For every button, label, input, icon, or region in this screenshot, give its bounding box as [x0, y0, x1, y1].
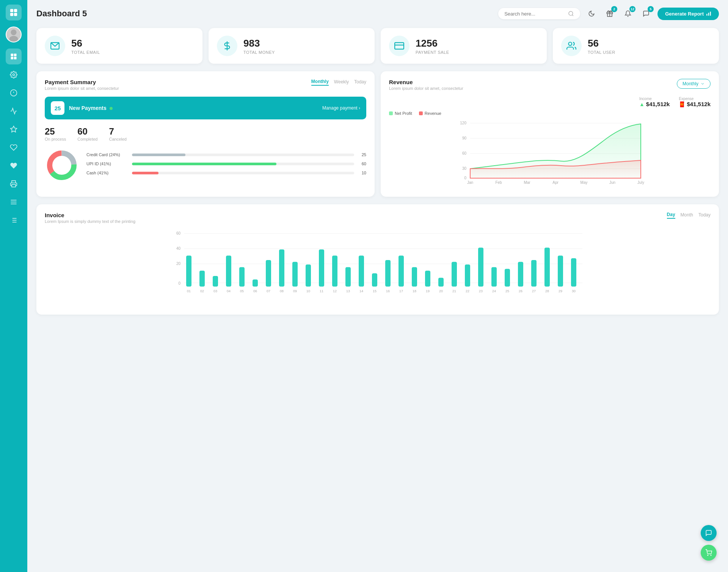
- bar-item[interactable]: [478, 248, 483, 287]
- bar-item[interactable]: [531, 260, 537, 287]
- sidebar-item-dashboard[interactable]: [6, 49, 22, 64]
- sidebar-item-info[interactable]: [6, 85, 22, 101]
- revenue-header: Revenue Lorem ipsum dolor sit amet, cons…: [389, 79, 711, 91]
- completed-stat: 60 Completed: [77, 126, 97, 141]
- tab-today-invoice[interactable]: Today: [698, 212, 711, 219]
- sidebar-item-chart[interactable]: [6, 103, 22, 119]
- money-icon: [222, 41, 232, 51]
- bar-item[interactable]: [438, 278, 444, 287]
- expense-label: Expense: [679, 97, 711, 101]
- sidebar-item-heart-outline[interactable]: [6, 139, 22, 155]
- revenue-title: Revenue: [389, 79, 463, 85]
- manage-payment-link[interactable]: Manage payment ›: [322, 105, 360, 111]
- stat-label-user: TOTAL USER: [588, 50, 615, 55]
- bar-item[interactable]: [558, 255, 563, 287]
- progress-item-cc: Credit Card (24%) 25: [86, 152, 366, 157]
- bar-item[interactable]: [186, 255, 191, 287]
- bar-item[interactable]: [253, 279, 258, 287]
- svg-text:04: 04: [227, 289, 231, 293]
- bar-item[interactable]: [332, 255, 337, 287]
- svg-text:16: 16: [386, 289, 390, 293]
- sidebar-item-heart[interactable]: [6, 158, 22, 174]
- sidebar-item-star[interactable]: [6, 121, 22, 137]
- revenue-label: Revenue: [425, 111, 441, 116]
- chat-button[interactable]: 5: [639, 7, 653, 20]
- bar-item[interactable]: [319, 249, 324, 287]
- sidebar-item-menu[interactable]: [6, 194, 22, 210]
- bar-item[interactable]: [226, 255, 231, 287]
- legend-net-profit: Net Profit: [389, 111, 412, 116]
- user-avatar[interactable]: [6, 27, 22, 42]
- bar-item[interactable]: [345, 267, 351, 287]
- revenue-meta: Income ▲ $41,512k Expense 🧧 $41,512k: [389, 97, 711, 107]
- search-box: [498, 8, 580, 19]
- progress-bar-bg-cc: [132, 154, 354, 156]
- revenue-dropdown-label: Monthly: [682, 81, 698, 86]
- bar-item[interactable]: [385, 260, 391, 287]
- dark-mode-toggle[interactable]: [585, 7, 598, 20]
- bell-button[interactable]: 12: [621, 7, 635, 20]
- stat-value-user: 56: [588, 38, 615, 49]
- svg-text:03: 03: [213, 289, 217, 293]
- payment-summary-header: Payment Summary Lorem ipsum dolor sit am…: [45, 79, 366, 91]
- bar-item[interactable]: [518, 262, 523, 287]
- sidebar-item-list[interactable]: [6, 212, 22, 228]
- sidebar-logo[interactable]: [6, 5, 22, 20]
- stat-value-money: 983: [243, 38, 275, 49]
- tab-weekly-payment[interactable]: Weekly: [334, 79, 349, 86]
- svg-text:Mar: Mar: [524, 180, 530, 185]
- revenue-monthly-dropdown[interactable]: Monthly: [677, 79, 711, 89]
- bar-item[interactable]: [306, 265, 311, 287]
- bar-item[interactable]: [359, 255, 364, 287]
- tab-today-payment[interactable]: Today: [354, 79, 366, 86]
- bar-item[interactable]: [372, 273, 377, 287]
- generate-report-button[interactable]: Generate Report: [657, 8, 719, 20]
- canceled-stat: 7 Canceled: [109, 126, 126, 141]
- tab-monthly-payment[interactable]: Monthly: [311, 79, 329, 86]
- bar-item[interactable]: [199, 271, 205, 287]
- svg-text:20: 20: [176, 262, 181, 266]
- tab-day-invoice[interactable]: Day: [667, 212, 675, 219]
- payment-tabs: Monthly Weekly Today: [311, 79, 366, 86]
- donut-chart: [45, 148, 79, 184]
- bar-item[interactable]: [425, 271, 430, 287]
- bar-item[interactable]: [571, 258, 576, 287]
- bar-item[interactable]: [505, 269, 510, 287]
- stat-info-money: 983 TOTAL MONEY: [243, 38, 275, 55]
- svg-text:40: 40: [176, 246, 181, 251]
- bar-item[interactable]: [213, 276, 218, 287]
- svg-line-26: [572, 15, 573, 16]
- revenue-chart: 120 90 60 30 0: [389, 119, 711, 188]
- bar-item[interactable]: [544, 248, 550, 287]
- svg-text:06: 06: [253, 289, 257, 293]
- svg-rect-7: [14, 54, 17, 56]
- net-profit-dot: [389, 111, 393, 115]
- sidebar-item-settings[interactable]: [6, 67, 22, 83]
- svg-rect-30: [708, 13, 709, 16]
- support-button[interactable]: [701, 525, 717, 541]
- bar-item[interactable]: [279, 249, 284, 287]
- bar-item[interactable]: [412, 267, 417, 287]
- sidebar-item-print[interactable]: [6, 176, 22, 192]
- bar-item[interactable]: [292, 262, 298, 287]
- bar-item[interactable]: [491, 267, 497, 287]
- search-input[interactable]: [504, 11, 565, 17]
- svg-text:Feb: Feb: [495, 180, 502, 185]
- user-icon-wrap: [561, 36, 582, 56]
- svg-point-10: [13, 74, 15, 76]
- cart-button[interactable]: [701, 545, 717, 561]
- svg-text:23: 23: [479, 289, 483, 293]
- sidebar: [0, 0, 27, 572]
- bar-item[interactable]: [266, 260, 271, 287]
- bar-item[interactable]: [399, 255, 404, 287]
- bar-item[interactable]: [465, 265, 470, 287]
- stat-info-email: 56 TOTAL EMAIL: [71, 38, 100, 55]
- completed-value: 60: [77, 126, 97, 137]
- gift-button[interactable]: 2: [603, 7, 617, 20]
- tab-month-invoice[interactable]: Month: [681, 212, 693, 219]
- bar-item[interactable]: [239, 267, 245, 287]
- bar-item[interactable]: [452, 262, 457, 287]
- payment-summary-subtitle: Lorem ipsum dolor sit amet, consectetur: [45, 86, 119, 91]
- stat-value-email: 56: [71, 38, 100, 49]
- revenue-legend: Net Profit Revenue: [389, 111, 711, 116]
